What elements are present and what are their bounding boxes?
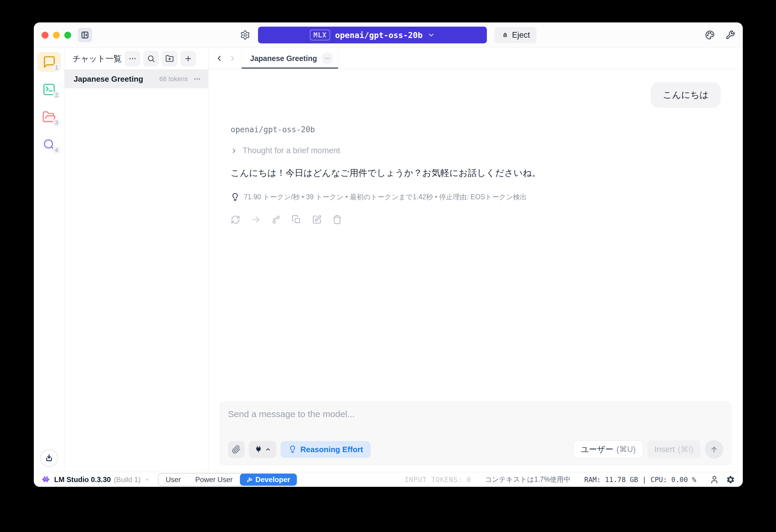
sidebar-toggle-button[interactable] [78,28,92,42]
tab-bar: Japanese Greeting [208,48,743,69]
generation-stats: 71.90 トークン/秒 • 39 トークン • 最初のトークンまで1.42秒 … [231,192,527,202]
chat-list-header: チャット一覧 [65,48,208,70]
continue-button[interactable] [251,215,260,224]
history-forward-button[interactable] [226,48,239,69]
sidebar-item-my-models[interactable]: 3 [37,107,61,127]
reasoning-effort-button[interactable]: Reasoning Effort [280,441,371,458]
mlx-runtime-badge: MLX [310,30,330,40]
send-message-button[interactable] [705,440,723,459]
eject-label: Eject [512,30,530,40]
hammer-icon [246,477,252,483]
mode-user-button[interactable]: User [159,474,188,486]
copy-icon [292,215,301,224]
context-usage-label: コンテキストは1.7%使用中 [485,475,571,484]
plug-icon [254,445,263,454]
edit-button[interactable] [312,215,322,224]
history-back-button[interactable] [213,48,226,69]
cpu-usage: CPU: 0.00 % [651,476,696,484]
new-folder-button[interactable] [162,51,177,66]
message-list: こんにちは openai/gpt-oss-20b Thought for a b… [220,69,732,224]
input-tokens-counter: INPUT TOKENS: 0 [404,476,471,484]
ellipsis-icon [324,55,331,62]
wrench-icon [726,30,735,40]
account-button[interactable] [710,475,719,484]
tab-japanese-greeting[interactable]: Japanese Greeting [241,48,338,69]
message-input[interactable] [228,409,723,438]
settings-button[interactable] [726,475,735,484]
chat-title: Japanese Greeting [73,74,143,84]
paperclip-icon [232,445,241,454]
role-shortcut: (⌘U) [616,445,636,454]
mode-developer-button[interactable]: Developer [240,474,297,486]
insert-shortcut: (⌘I) [678,445,694,454]
zoom-window-button[interactable] [64,32,71,39]
delete-button[interactable] [332,215,342,224]
trash-icon [332,215,342,224]
chat-item-menu-button[interactable] [193,75,201,83]
app-window: MLX openai/gpt-oss-20b Eject [34,22,743,487]
chevron-up-icon [265,447,271,453]
insert-message-button[interactable]: Insert (⌘I) [647,440,701,459]
message-composer: Reasoning Effort ユーザー (⌘U) Insert (⌘I) [220,401,732,465]
new-chat-button[interactable] [180,51,196,66]
chevron-left-icon [215,54,223,62]
minimize-window-button[interactable] [53,32,60,39]
status-bar: LM Studio 0.3.30 (Build 1) User Power Us… [34,472,743,487]
close-window-button[interactable] [42,32,48,39]
model-selector-button[interactable]: MLX openai/gpt-oss-20b [258,27,487,43]
eject-icon [501,31,509,39]
user-mode-segmented-control: User Power User Developer [158,473,298,486]
system-resources: RAM: 11.78 GB | CPU: 0.00 % [584,476,696,484]
mode-developer-label: Developer [255,476,290,484]
assistant-message: openai/gpt-oss-20b Thought for a brief m… [231,125,721,224]
download-icon [44,453,54,463]
developer-tools-button[interactable] [726,30,735,40]
branch-button[interactable] [271,215,281,224]
chat-list-title: チャット一覧 [72,53,122,64]
conversation-area[interactable]: こんにちは openai/gpt-oss-20b Thought for a b… [208,69,743,472]
regenerate-button[interactable] [231,215,240,224]
ram-usage: RAM: 11.78 GB [584,476,638,484]
copy-button[interactable] [292,215,301,224]
input-tokens-label: INPUT TOKENS: [404,476,462,484]
sidebar-item-developer[interactable]: 2 [37,79,61,99]
assistant-response-text: こんにちは！今日はどんなご用件でしょうか？お気軽にお話しくださいね。 [231,167,541,179]
chevron-down-icon [427,31,435,39]
send-as-user-button[interactable]: ユーザー (⌘U) [573,440,643,459]
arrow-right-icon [251,215,260,224]
chat-list-item[interactable]: Japanese Greeting 68 tokens [65,70,208,88]
downloads-button[interactable] [40,449,58,467]
attach-file-button[interactable] [228,441,245,458]
chat-search-button[interactable] [143,51,159,66]
tab-label: Japanese Greeting [250,54,317,63]
composer-toolbar: Reasoning Effort ユーザー (⌘U) Insert (⌘I) [228,440,723,459]
input-tokens-value: 0 [467,476,471,484]
chat-list-more-button[interactable] [125,51,140,66]
status-bar-right: INPUT TOKENS: 0 コンテキストは1.7%使用中 RAM: 11.7… [404,475,735,484]
chat-main: Japanese Greeting こんにちは openai/gpt- [208,48,743,472]
user-icon [710,475,719,484]
mode-power-user-button[interactable]: Power User [188,474,240,486]
shortcut-badge: 3 [53,119,60,126]
eject-model-button[interactable]: Eject [495,27,536,43]
tab-menu-button[interactable] [321,52,333,64]
refresh-icon [231,215,240,224]
thought-disclosure[interactable]: Thought for a brief moment [231,146,340,155]
model-settings-gear-button[interactable] [240,30,250,40]
lmstudio-logo-icon [42,476,50,484]
window-controls [42,32,71,39]
chevron-up-icon[interactable] [144,477,150,483]
arrow-up-icon [710,445,719,454]
chat-list-actions [125,51,196,66]
sidebar-toggle-icon [80,30,89,39]
theme-button[interactable] [705,30,715,40]
thought-label: Thought for a brief moment [243,146,340,155]
chevron-right-icon [231,148,237,154]
git-branch-icon [271,215,281,224]
gear-icon [726,475,735,484]
shortcut-badge: 2 [53,92,60,99]
sidebar-item-discover[interactable]: 4 [37,135,61,154]
resource-divider: | [642,476,646,484]
plugins-button[interactable] [249,441,276,458]
sidebar-item-chat[interactable]: 1 [37,52,61,72]
